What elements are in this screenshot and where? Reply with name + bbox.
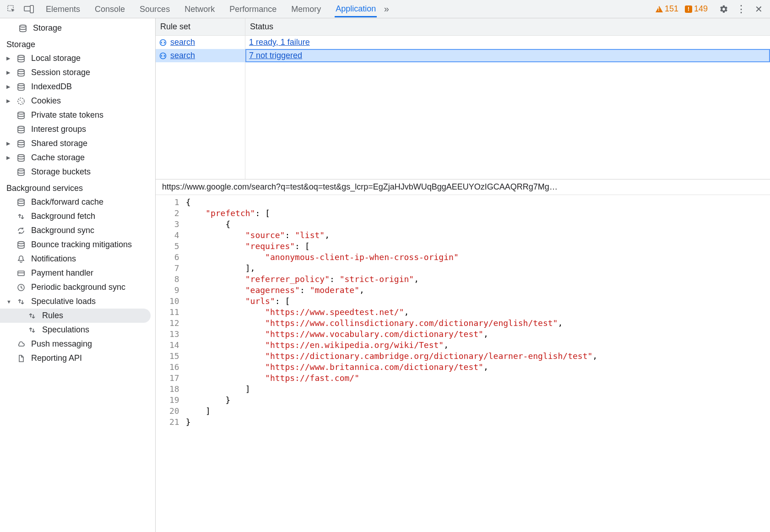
sidebar-item-label: Background fetch — [31, 212, 95, 221]
status-row[interactable]: 7 not triggered — [245, 49, 770, 62]
line-number: 5 — [169, 241, 179, 252]
line-number: 8 — [169, 274, 179, 285]
line-number: 4 — [169, 230, 179, 241]
sidebar-item-background-fetch[interactable]: Background fetch — [0, 209, 155, 223]
code-line: "prefetch": [ — [186, 208, 597, 219]
sidebar-item-local-storage[interactable]: ▶Local storage — [0, 51, 155, 65]
svg-point-14 — [18, 168, 24, 171]
code-line: "https://www.vocabulary.com/dictionary/t… — [186, 329, 597, 340]
card-icon — [16, 269, 26, 277]
ruleset-link[interactable]: search — [170, 38, 195, 47]
line-number: 9 — [169, 285, 179, 296]
line-number: 3 — [169, 219, 179, 230]
db-icon — [16, 125, 26, 134]
application-sidebar: Storage Storage▶Local storage▶Session st… — [0, 18, 156, 532]
tab-console[interactable]: Console — [94, 1, 126, 17]
sidebar-item-label: IndexedDB — [31, 82, 72, 92]
sidebar-item-speculative-loads[interactable]: ▼Speculative loads — [0, 294, 155, 309]
cookie-icon — [16, 97, 26, 105]
sidebar-item-private-state-tokens[interactable]: Private state tokens — [0, 108, 155, 122]
db-icon — [16, 69, 26, 77]
code-circle-icon — [159, 39, 168, 46]
sidebar-item-push-messaging[interactable]: Push messaging — [0, 337, 155, 351]
updown-icon — [27, 312, 37, 320]
code-line: ], — [186, 263, 597, 274]
warning-count: 151 — [665, 4, 678, 14]
sidebar-item-label: Cookies — [31, 96, 61, 106]
sidebar-item-cookies[interactable]: ▶Cookies — [0, 94, 155, 108]
db-icon — [16, 140, 26, 148]
updown-icon — [27, 326, 37, 334]
db-icon — [16, 54, 26, 63]
disclosure-triangle-icon: ▶ — [6, 155, 11, 161]
disclosure-triangle-icon: ▶ — [6, 70, 11, 76]
devtools-tabbar: ElementsConsoleSourcesNetworkPerformance… — [0, 0, 770, 18]
sidebar-item-back-forward-cache[interactable]: Back/forward cache — [0, 195, 155, 209]
sidebar-item-shared-storage[interactable]: ▶Shared storage — [0, 136, 155, 151]
code-line: "anonymous-client-ip-when-cross-origin" — [186, 252, 597, 263]
close-devtools-icon[interactable]: ✕ — [751, 1, 766, 17]
bell-icon — [16, 255, 26, 263]
status-link[interactable]: 1 ready, 1 failure — [249, 38, 310, 47]
sidebar-item-indexeddb[interactable]: ▶IndexedDB — [0, 80, 155, 94]
kebab-menu-icon[interactable]: ⋮ — [733, 1, 749, 17]
sidebar-item-notifications[interactable]: Notifications — [0, 252, 155, 266]
sidebar-item-payment-handler[interactable]: Payment handler — [0, 266, 155, 280]
sidebar-item-label: Bounce tracking mitigations — [31, 240, 132, 250]
tab-network[interactable]: Network — [184, 1, 216, 17]
tab-sources[interactable]: Sources — [139, 1, 171, 17]
warnings-badge[interactable]: 151 — [656, 4, 678, 14]
sidebar-item-background-sync[interactable]: Background sync — [0, 223, 155, 238]
svg-rect-1 — [24, 6, 31, 11]
svg-point-9 — [22, 102, 22, 103]
ruleset-row[interactable]: search — [156, 49, 245, 62]
tab-elements[interactable]: Elements — [45, 1, 81, 17]
ruleset-row[interactable]: search — [156, 36, 245, 49]
sidebar-item-rules[interactable]: Rules — [0, 309, 151, 323]
sidebar-item-label: Private state tokens — [31, 110, 103, 120]
line-number: 14 — [169, 340, 179, 351]
db-icon — [16, 198, 26, 206]
line-number: 21 — [169, 417, 179, 428]
disclosure-triangle-icon: ▶ — [6, 55, 11, 61]
ruleset-link[interactable]: search — [170, 51, 195, 60]
updown-icon — [16, 212, 26, 221]
rules-panel: Rule set search search Status 1 ready, 1… — [156, 18, 770, 532]
tab-performance[interactable]: Performance — [228, 1, 277, 17]
sidebar-item-cache-storage[interactable]: ▶Cache storage — [0, 151, 155, 165]
sidebar-item-interest-groups[interactable]: Interest groups — [0, 122, 155, 136]
tab-memory[interactable]: Memory — [290, 1, 322, 17]
sidebar-item-speculations[interactable]: Speculations — [0, 323, 155, 337]
ruleset-table: Rule set search search Status 1 ready, 1… — [156, 18, 770, 179]
line-number: 7 — [169, 263, 179, 274]
svg-point-15 — [18, 199, 24, 201]
sidebar-item-bounce-tracking-mitigations[interactable]: Bounce tracking mitigations — [0, 238, 155, 252]
sidebar-item-reporting-api[interactable]: Reporting API — [0, 351, 155, 365]
sidebar-group-title: Storage — [0, 35, 155, 51]
disclosure-triangle-icon: ▶ — [6, 141, 11, 147]
code-line: "referrer_policy": "strict-origin", — [186, 274, 597, 285]
sidebar-item-session-storage[interactable]: ▶Session storage — [0, 65, 155, 80]
sidebar-item-label: Back/forward cache — [31, 197, 103, 207]
line-number: 18 — [169, 384, 179, 395]
settings-icon[interactable] — [716, 1, 732, 17]
code-line: ] — [186, 384, 597, 395]
errors-badge[interactable]: ! 149 — [685, 4, 708, 14]
sidebar-item-periodic-background-sync[interactable]: Periodic background sync — [0, 280, 155, 294]
line-number: 1 — [169, 197, 179, 208]
status-link[interactable]: 7 not triggered — [249, 51, 302, 60]
sidebar-item-label: Cache storage — [31, 153, 85, 163]
tab-application[interactable]: Application — [335, 0, 377, 17]
code-line: "https://dictionary.cambridge.org/dictio… — [186, 351, 597, 362]
inspect-element-icon[interactable] — [4, 1, 19, 17]
more-tabs-icon[interactable]: » — [379, 1, 394, 17]
sidebar-item-storage-root[interactable]: Storage — [0, 21, 155, 35]
rule-source-url: https://www.google.com/search?q=test&oq=… — [156, 179, 770, 195]
code-line: { — [186, 219, 597, 230]
sidebar-item-storage-buckets[interactable]: Storage buckets — [0, 165, 155, 179]
device-toolbar-icon[interactable] — [21, 1, 37, 17]
svg-point-6 — [18, 83, 24, 86]
code-line: "https://www.speedtest.net/", — [186, 307, 597, 318]
code-line: "https://fast.com/" — [186, 373, 597, 384]
status-row[interactable]: 1 ready, 1 failure — [245, 36, 770, 49]
